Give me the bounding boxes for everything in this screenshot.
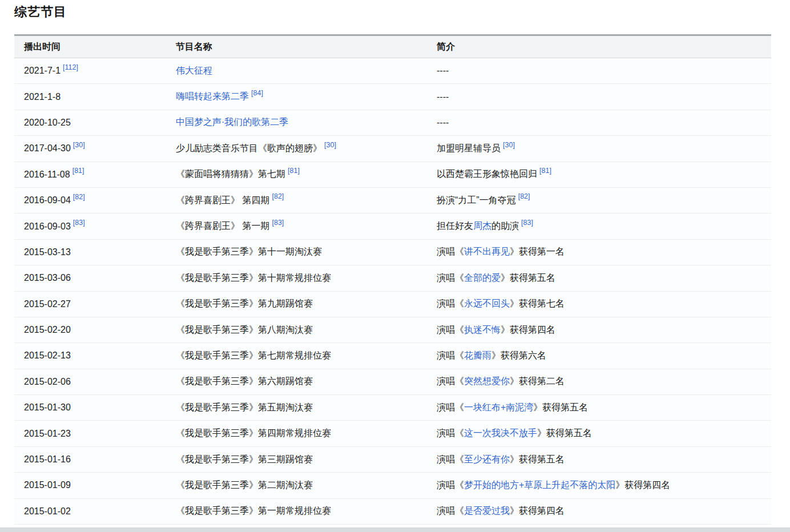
citation-ref-link[interactable]: [82]	[272, 192, 284, 200]
cell-text: 2015-01-09	[24, 480, 71, 490]
cell-text: 《我是歌手第三季》第五期淘汰赛	[176, 402, 313, 412]
table-row: 2015-03-06《我是歌手第三季》第十期常规排位赛演唱《全部的爱》获得第五名	[14, 265, 771, 291]
table-row: 2015-02-27《我是歌手第三季》第九期踢馆赛演唱《永远不回头》获得第七名	[14, 291, 771, 317]
cell-text: 2016-09-04	[24, 195, 71, 205]
cell-text: 2020-10-25	[24, 118, 71, 127]
summary-cell: 演唱《全部的爱》获得第五名	[437, 265, 771, 291]
wiki-link[interactable]: 是否爱过我	[464, 506, 510, 515]
wiki-link[interactable]: 执迷不悔	[464, 325, 501, 334]
wiki-link[interactable]: 讲不出再见	[464, 247, 510, 256]
cell-text: 》获得第七名	[510, 299, 565, 308]
table-row: 2017-04-30[30]少儿励志类音乐节目《歌声的翅膀》[30]加盟明星辅导…	[14, 136, 771, 162]
citation-ref-link[interactable]: [30]	[73, 141, 85, 149]
broadcast-date-cell: 2016-09-04[82]	[14, 187, 176, 213]
wiki-link[interactable]: 这一次我决不放手	[464, 428, 537, 438]
program-name-cell: 《跨界喜剧王》 第四期[82]	[176, 187, 437, 213]
cell-text: 担任好友	[437, 221, 473, 231]
cell-text: 》获得第四名	[501, 325, 555, 334]
table-body: 2021-7-1[112]伟大征程----2021-1-8嗨唱转起来第二季[84…	[14, 58, 771, 525]
broadcast-date-cell: 2015-01-09	[14, 473, 176, 498]
citation-ref-link[interactable]: [81]	[539, 167, 551, 175]
table-row: 2021-7-1[112]伟大征程----	[14, 58, 771, 84]
program-name-cell: 少儿励志类音乐节目《歌声的翅膀》[30]	[176, 136, 437, 162]
cell-text: 》获得第四名	[615, 480, 670, 490]
cell-text: 《我是歌手第三季》第六期踢馆赛	[176, 376, 313, 386]
cell-text: 《蒙面唱将猜猜猜》第七期	[176, 169, 285, 179]
cell-text: 演唱《	[437, 428, 464, 438]
summary-cell: 演唱《讲不出再见》获得第一名	[437, 239, 771, 265]
cell-text: 《我是歌手第三季》第十期常规排位赛	[176, 273, 331, 283]
cell-text: 》获得第五名	[533, 402, 588, 412]
cell-text: 扮演“力工”一角夺冠	[437, 195, 516, 205]
page-title: 综艺节目	[14, 3, 67, 21]
cell-text: 演唱《	[437, 376, 464, 386]
wiki-link[interactable]: 梦开始的地方+草原上升起不落的太阳	[464, 480, 615, 490]
wiki-link[interactable]: 中国梦之声·我们的歌第二季	[176, 117, 288, 127]
broadcast-date-cell: 2020-10-25	[14, 110, 176, 135]
wiki-link[interactable]: 花瓣雨	[464, 350, 491, 360]
program-name-cell: 《我是歌手第三季》第一期常规排位赛	[176, 498, 437, 524]
program-name-cell: 《跨界喜剧王》 第一期[83]	[176, 213, 437, 239]
summary-cell: ----	[437, 84, 771, 110]
table-row: 2015-02-06《我是歌手第三季》第六期踢馆赛演唱《突然想爱你》获得第二名	[14, 369, 771, 394]
cell-text: 《我是歌手第三季》第九期踢馆赛	[176, 299, 313, 308]
summary-cell: 演唱《这一次我决不放手》获得第五名	[437, 421, 771, 446]
wiki-link[interactable]: 一块红布+南泥湾	[464, 402, 533, 412]
summary-cell: 担任好友周杰的助演[83]	[437, 213, 771, 239]
cell-text: 《我是歌手第三季》第二期淘汰赛	[176, 480, 313, 490]
column-header-program-name: 节目名称	[176, 35, 437, 58]
wiki-link[interactable]: 全部的爱	[464, 273, 501, 283]
citation-ref-link[interactable]: [84]	[251, 89, 263, 97]
cell-text: 》获得第五名	[537, 428, 592, 438]
wiki-link[interactable]: 嗨唱转起来第二季	[176, 91, 249, 101]
wiki-link[interactable]: 至少还有你	[464, 454, 510, 464]
citation-ref-link[interactable]: [83]	[272, 219, 284, 227]
program-name-cell: 《我是歌手第三季》第七期常规排位赛	[176, 343, 437, 369]
wiki-link[interactable]: 永远不回头	[464, 299, 510, 308]
cell-text: 以西楚霸王形象惊艳回归	[437, 169, 537, 179]
cell-text: 演唱《	[437, 454, 464, 464]
cell-text: 2016-11-08	[24, 170, 70, 179]
citation-ref-link[interactable]: [82]	[518, 192, 530, 200]
summary-cell: 演唱《一块红布+南泥湾》获得第五名	[437, 395, 771, 421]
table-row: 2015-01-09《我是歌手第三季》第二期淘汰赛演唱《梦开始的地方+草原上升起…	[14, 473, 771, 498]
summary-cell: ----	[437, 110, 771, 135]
table-row: 2015-03-13《我是歌手第三季》第十一期淘汰赛演唱《讲不出再见》获得第一名	[14, 239, 771, 265]
citation-ref-link[interactable]: [30]	[503, 141, 515, 149]
header-row: 播出时间 节目名称 简介	[14, 35, 771, 58]
cell-text: 《我是歌手第三季》第十一期淘汰赛	[176, 247, 322, 256]
citation-ref-link[interactable]: [83]	[73, 219, 85, 227]
cell-text: 2015-03-13	[24, 247, 71, 257]
citation-ref-link[interactable]: [81]	[72, 167, 84, 175]
program-name-cell: 《我是歌手第三季》第八期淘汰赛	[176, 317, 437, 342]
table-row: 2015-01-23《我是歌手第三季》第四期常规排位赛演唱《这一次我决不放手》获…	[14, 421, 771, 446]
cell-text: 2015-02-06	[24, 377, 71, 386]
cell-text: 《我是歌手第三季》第八期淘汰赛	[176, 325, 313, 334]
cell-text: 》获得第一名	[510, 247, 565, 256]
summary-cell: ----	[437, 58, 771, 84]
program-name-cell: 《我是歌手第三季》第四期常规排位赛	[176, 421, 437, 446]
table-row: 2016-09-03[83]《跨界喜剧王》 第一期[83]担任好友周杰的助演[8…	[14, 213, 771, 239]
cell-text: 》获得第六名	[491, 350, 546, 360]
citation-ref-link[interactable]: [83]	[521, 219, 533, 227]
wiki-link[interactable]: 周杰	[473, 221, 491, 231]
summary-cell: 演唱《永远不回头》获得第七名	[437, 291, 771, 317]
cell-text: 演唱《	[437, 402, 464, 412]
cell-text: 2015-02-13	[24, 350, 71, 360]
summary-cell: 演唱《是否爱过我》获得第四名	[437, 498, 771, 524]
citation-ref-link[interactable]: [112]	[63, 63, 78, 71]
citation-ref-link[interactable]: [82]	[73, 193, 85, 201]
wiki-link[interactable]: 伟大征程	[176, 66, 212, 75]
wiki-link[interactable]: 突然想爱你	[464, 376, 510, 386]
column-header-broadcast-date: 播出时间	[14, 35, 176, 58]
summary-cell: 演唱《至少还有你》获得第五名	[437, 446, 771, 472]
bottom-edge-strip	[0, 527, 790, 532]
program-name-cell: 《我是歌手第三季》第十一期淘汰赛	[176, 239, 437, 265]
table-row: 2015-02-20《我是歌手第三季》第八期淘汰赛演唱《执迷不悔》获得第四名	[14, 317, 771, 342]
citation-ref-link[interactable]: [30]	[324, 141, 336, 149]
broadcast-date-cell: 2015-01-16	[14, 446, 176, 472]
program-name-cell: 中国梦之声·我们的歌第二季	[176, 110, 437, 135]
cell-text: 2016-09-03	[24, 221, 71, 231]
cell-text: 演唱《	[437, 506, 464, 515]
citation-ref-link[interactable]: [81]	[288, 167, 300, 175]
